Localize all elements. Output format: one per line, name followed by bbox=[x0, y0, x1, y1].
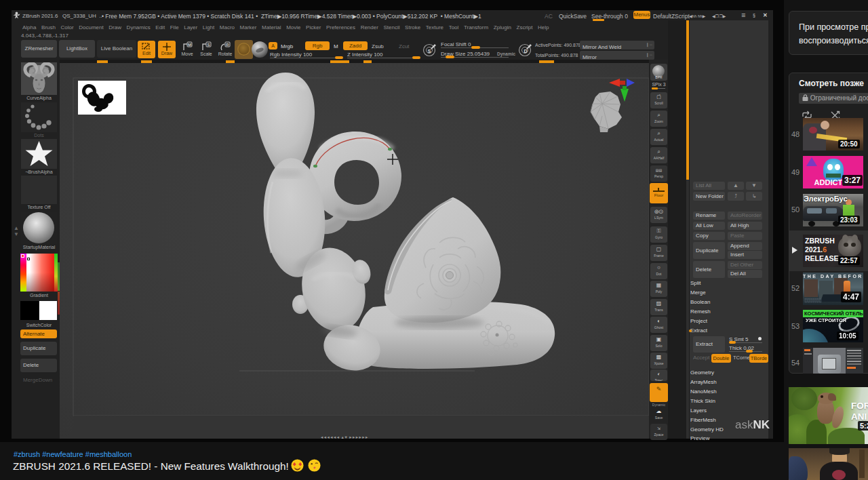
svg-text:S: S bbox=[207, 43, 210, 47]
svg-text:D: D bbox=[524, 49, 527, 54]
svg-text:M: M bbox=[188, 43, 191, 47]
svg-text:R: R bbox=[226, 43, 229, 47]
svg-text:S: S bbox=[428, 49, 431, 54]
svg-text:◂◂◂◂◂◂ ▴▾ ▸▸▸▸▸▸: ◂◂◂◂◂◂ ▴▾ ▸▸▸▸▸▸ bbox=[321, 435, 369, 439]
